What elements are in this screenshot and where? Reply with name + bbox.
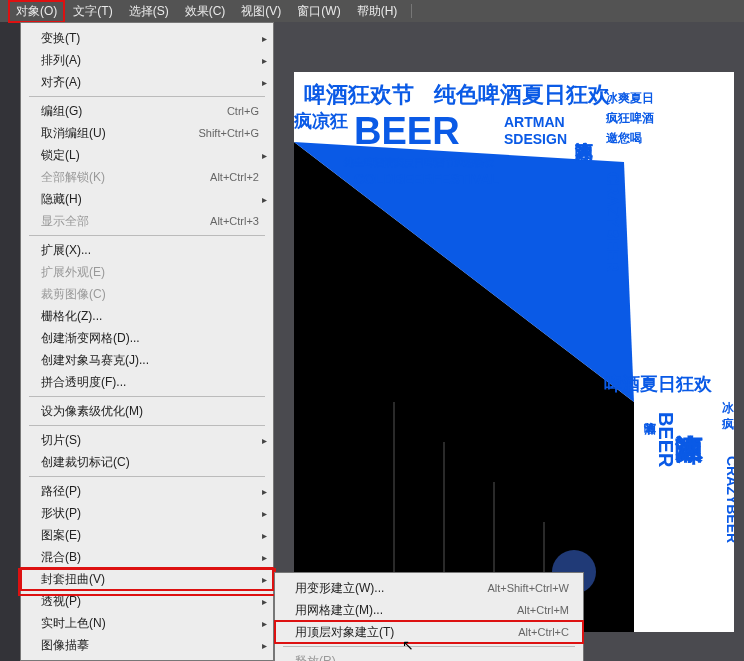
menu-item[interactable]: 变换(T) — [21, 27, 273, 49]
menu-item[interactable]: 对齐(A) — [21, 71, 273, 93]
menu-item[interactable]: 锁定(L) — [21, 144, 273, 166]
menu-object[interactable]: 对象(O) — [8, 0, 65, 23]
menu-item[interactable]: 全部解锁(K)Alt+Ctrl+2 — [21, 166, 273, 188]
menu-item[interactable]: 编组(G)Ctrl+G — [21, 100, 273, 122]
menu-item[interactable]: 栅格化(Z)... — [21, 305, 273, 327]
menubar: 对象(O) 文字(T) 选择(S) 效果(C) 视图(V) 窗口(W) 帮助(H… — [0, 0, 744, 22]
menu-item[interactable]: 路径(P) — [21, 480, 273, 502]
svg-text:啤酒夏日狂欢: 啤酒夏日狂欢 — [604, 374, 713, 394]
envelope-distort-submenu: 用变形建立(W)...Alt+Shift+Ctrl+W用网格建立(M)...Al… — [274, 572, 584, 661]
menu-item[interactable]: 透视(P) — [21, 590, 273, 612]
svg-text:BEER: BEER — [354, 110, 460, 152]
menu-item[interactable]: 切片(S) — [21, 429, 273, 451]
menu-item[interactable]: 扩展外观(E) — [21, 261, 273, 283]
menu-item[interactable]: 图像描摹 — [21, 634, 273, 656]
svg-text:CRAZYBEER: CRAZYBEER — [724, 456, 734, 543]
menu-item[interactable]: 创建渐变网格(D)... — [21, 327, 273, 349]
menu-item[interactable]: 设为像素级优化(M) — [21, 400, 273, 422]
menu-item[interactable]: 创建对象马赛克(J)... — [21, 349, 273, 371]
menu-item[interactable]: 混合(B) — [21, 546, 273, 568]
svg-text:疯狂啤酒: 疯狂啤酒 — [605, 111, 654, 125]
svg-text:邀您喝: 邀您喝 — [605, 131, 642, 145]
menu-item[interactable]: 封套扭曲(V) — [21, 568, 273, 590]
submenu-item[interactable]: 释放(R) — [275, 650, 583, 661]
svg-text:纯色啤酒夏日狂欢: 纯色啤酒夏日狂欢 — [433, 82, 611, 107]
svg-text:冰爽夏日: 冰爽夏日 — [722, 401, 734, 415]
submenu-item[interactable]: 用顶层对象建立(T)Alt+Ctrl+C — [275, 621, 583, 643]
artwork: 啤酒狂欢节 纯色啤酒夏日狂欢 BEER ARTMAN SDESIGN 疯凉狂 纯… — [294, 72, 734, 632]
menu-help[interactable]: 帮助(H) — [349, 0, 406, 23]
object-menu-dropdown: 变换(T)排列(A)对齐(A)编组(G)Ctrl+G取消编组(U)Shift+C… — [20, 22, 274, 661]
menu-effect[interactable]: 效果(C) — [177, 0, 234, 23]
menu-item[interactable]: 扩展(X)... — [21, 239, 273, 261]
canvas-area[interactable]: 啤酒狂欢节 纯色啤酒夏日狂欢 BEER ARTMAN SDESIGN 疯凉狂 纯… — [274, 22, 744, 661]
menu-item[interactable]: 取消编组(U)Shift+Ctrl+G — [21, 122, 273, 144]
svg-text:纯生啤酒清爽夏日啤酒节邀您畅饮: 纯生啤酒清爽夏日啤酒节邀您畅饮 — [343, 157, 495, 168]
menu-type[interactable]: 文字(T) — [65, 0, 120, 23]
menu-item[interactable]: 拼合透明度(F)... — [21, 371, 273, 393]
menubar-separator — [411, 4, 412, 18]
svg-text:冰爽夏日: 冰爽夏日 — [606, 91, 654, 105]
menu-item[interactable]: 图案(E) — [21, 524, 273, 546]
menu-view[interactable]: 视图(V) — [233, 0, 289, 23]
menu-select[interactable]: 选择(S) — [121, 0, 177, 23]
svg-text:BEER: BEER — [655, 412, 677, 468]
menu-item[interactable]: 形状(P) — [21, 502, 273, 524]
svg-text:啤酒狂欢节: 啤酒狂欢节 — [304, 82, 414, 107]
submenu-item[interactable]: 用变形建立(W)...Alt+Shift+Ctrl+W — [275, 577, 583, 599]
svg-text:疯狂啤酒: 疯狂啤酒 — [721, 417, 734, 431]
menu-item[interactable]: 排列(A) — [21, 49, 273, 71]
svg-text:SDESIGN: SDESIGN — [504, 131, 567, 147]
svg-text:ARTMAN: ARTMAN — [504, 114, 565, 130]
svg-text:COLDBEERFESTIVAL: COLDBEERFESTIVAL — [354, 171, 500, 187]
menu-item[interactable]: 创建裁切标记(C) — [21, 451, 273, 473]
menu-item[interactable]: 隐藏(H) — [21, 188, 273, 210]
menu-item[interactable]: 实时上色(N) — [21, 612, 273, 634]
menu-item[interactable]: 显示全部Alt+Ctrl+3 — [21, 210, 273, 232]
menu-item[interactable]: 裁剪图像(C) — [21, 283, 273, 305]
svg-text:CRAZYBEER: CRAZYBEER — [604, 172, 621, 272]
svg-text:疯凉狂: 疯凉狂 — [294, 111, 348, 131]
menu-window[interactable]: 窗口(W) — [289, 0, 348, 23]
submenu-item[interactable]: 用网格建立(M)...Alt+Ctrl+M — [275, 599, 583, 621]
